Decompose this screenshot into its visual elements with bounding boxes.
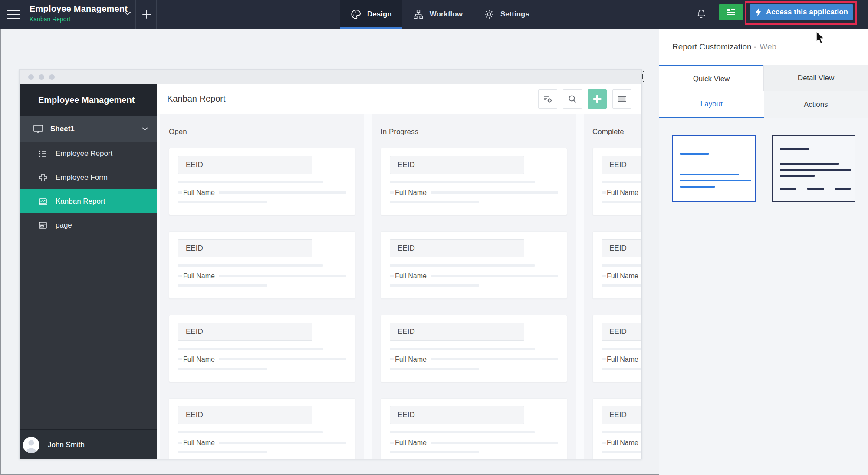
card-field-eeid: EEID [178, 239, 312, 257]
palette-icon [350, 9, 362, 20]
gear-icon [483, 9, 495, 20]
app-switcher-chevron-icon[interactable] [123, 9, 132, 18]
card-field-full-name: Full Name [394, 439, 431, 447]
kanban-card[interactable]: EEIDFull Name [381, 398, 567, 459]
sidebar-item-employee-report[interactable]: Employee Report [20, 142, 157, 165]
add-record-button[interactable] [588, 89, 607, 109]
preview-canvas: Employee Management Sheet1 [19, 69, 642, 459]
sidebar-item-kanban-report[interactable]: Kanban Report [20, 189, 157, 213]
kanban-card[interactable]: EEIDFull Name [169, 148, 355, 215]
report-header: Kanban Report [157, 84, 641, 114]
kanban-card[interactable]: EEIDFull Name [169, 231, 355, 299]
skeleton-line [390, 431, 535, 433]
skeleton-line [178, 284, 267, 287]
notifications-bell-icon[interactable] [693, 6, 710, 23]
tab-workflow[interactable]: Workflow [402, 0, 473, 29]
top-bar: Employee Management Kanban Report Design [0, 0, 868, 29]
kanban-card[interactable]: EEIDFull Name [592, 315, 641, 382]
skeleton-line [390, 451, 479, 453]
card-field-full-name: Full Name [394, 189, 431, 197]
sheet-list-icon [726, 7, 737, 17]
skeleton-line [602, 181, 641, 183]
card-field-full-name: Full Name [182, 356, 219, 363]
mock-window-titlebar [20, 70, 641, 84]
kanban-card[interactable]: EEIDFull Name [169, 315, 355, 382]
skeleton-line [390, 348, 535, 350]
sitemap-icon [413, 9, 424, 20]
more-menu-button[interactable] [612, 89, 631, 109]
tab-detail-view[interactable]: Detail View [763, 65, 868, 91]
hamburger-menu-icon[interactable] [7, 10, 20, 19]
kanban-card[interactable]: EEIDFull Name [169, 398, 355, 459]
skeleton-line [602, 451, 641, 453]
sidebar-item-label: Sheet1 [50, 125, 75, 133]
card-field-eeid: EEID [178, 406, 312, 424]
list-report-icon [38, 149, 48, 158]
skeleton-line [178, 368, 267, 370]
chevron-down-icon [141, 125, 148, 132]
chart-report-icon [38, 197, 48, 206]
tab-design[interactable]: Design [340, 0, 402, 29]
card-field-full-name: Full Name [182, 272, 219, 280]
kanban-card[interactable]: EEIDFull Name [592, 231, 641, 299]
topbar-divider [135, 0, 136, 29]
card-field-eeid: EEID [390, 323, 524, 341]
search-button[interactable] [563, 89, 582, 109]
kanban-card[interactable]: EEIDFull Name [592, 148, 641, 215]
user-profile-row[interactable]: John Smith [20, 429, 157, 459]
tab-actions[interactable]: Actions [764, 91, 868, 118]
kanban-column-title: Complete [592, 128, 641, 136]
skeleton-line [602, 264, 641, 267]
kanban-column: In ProgressEEIDFull NameEEIDFull NameEEI… [372, 114, 576, 459]
app-title: Employee Management [30, 4, 128, 14]
skeleton-line [602, 284, 641, 287]
app-sidebar: Employee Management Sheet1 [20, 84, 157, 459]
published-app-button[interactable] [719, 4, 743, 20]
layout-actions-tabs: Layout Actions [659, 91, 868, 118]
kanban-card[interactable]: EEIDFull Name [381, 148, 567, 215]
card-field-eeid: EEID [390, 406, 524, 424]
card-field-eeid: EEID [390, 239, 524, 257]
sidebar-item-sheet1[interactable]: Sheet1 [20, 116, 157, 142]
sidebar-item-label: Kanban Report [56, 197, 105, 206]
sidebar-item-label: Employee Form [56, 173, 108, 182]
card-field-eeid: EEID [602, 239, 641, 257]
tab-quick-view[interactable]: Quick View [659, 65, 763, 91]
sidebar-item-page[interactable]: page [20, 213, 157, 237]
layout-option-1-selected[interactable] [672, 135, 756, 202]
card-field-full-name: Full Name [394, 272, 431, 280]
card-field-eeid: EEID [390, 156, 524, 174]
report-title: Kanban Report [167, 94, 226, 104]
card-field-full-name: Full Name [606, 439, 641, 447]
tab-layout[interactable]: Layout [659, 91, 764, 118]
card-field-full-name: Full Name [606, 356, 641, 363]
skeleton-line [178, 264, 323, 267]
new-component-button[interactable] [138, 4, 155, 24]
kanban-column: CompleteEEIDFull NameEEIDFull NameEEIDFu… [584, 114, 641, 459]
access-application-button[interactable]: Access this application [750, 4, 853, 20]
kanban-card[interactable]: EEIDFull Name [381, 315, 567, 382]
skeleton-line [178, 201, 267, 203]
layout-option-2[interactable] [772, 135, 855, 202]
monitor-icon [33, 124, 43, 134]
kanban-card[interactable]: EEIDFull Name [381, 231, 567, 299]
skeleton-line [602, 431, 641, 433]
skeleton-line [178, 348, 323, 350]
card-field-full-name: Full Name [606, 189, 641, 197]
sidebar-item-employee-form[interactable]: Employee Form [20, 165, 157, 189]
card-field-full-name: Full Name [182, 439, 219, 447]
tab-settings[interactable]: Settings [473, 0, 540, 29]
filter-settings-button[interactable] [538, 89, 557, 109]
skeleton-line [602, 368, 641, 370]
card-field-eeid: EEID [178, 156, 312, 174]
tab-workflow-label: Workflow [430, 10, 463, 19]
skeleton-line [602, 348, 641, 350]
sidebar-item-label: Employee Report [56, 149, 112, 158]
tab-settings-label: Settings [500, 10, 529, 19]
report-customization-panel: Report Customization - Web Quick View De… [659, 29, 868, 475]
card-field-eeid: EEID [178, 323, 312, 341]
layout-options [659, 118, 868, 202]
skeleton-line [390, 368, 479, 370]
kanban-column-title: In Progress [381, 128, 567, 136]
kanban-card[interactable]: EEIDFull Name [592, 398, 641, 459]
